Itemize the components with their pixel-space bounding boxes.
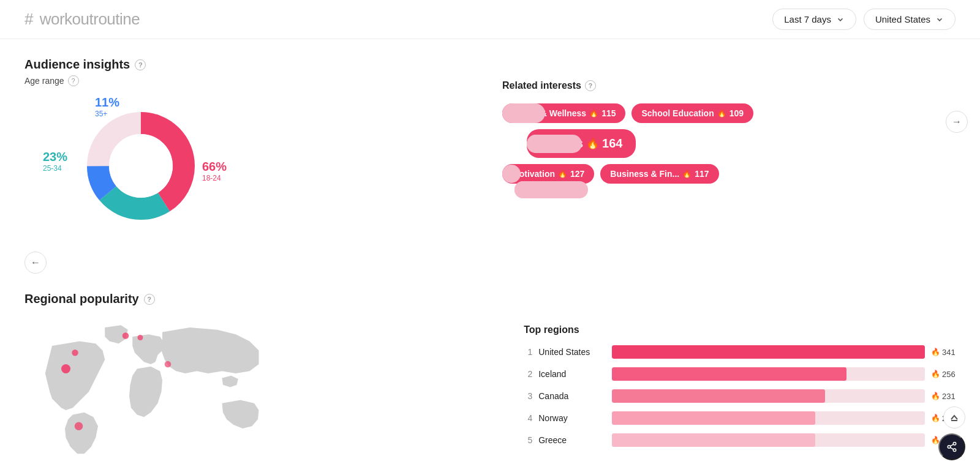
bar-fill-4	[612, 411, 815, 425]
top-regions-title: Top regions	[524, 324, 956, 335]
svg-line-10	[950, 444, 953, 446]
regional-popularity-section: Regional popularity ?	[24, 292, 956, 468]
interest-placeholder-4	[502, 165, 521, 183]
chevron-down-icon	[935, 15, 944, 24]
bar-track-4	[612, 411, 925, 425]
header: # workoutroutine Last 7 days United Stat…	[0, 0, 980, 39]
svg-point-8	[953, 449, 956, 452]
audience-insights-section-title: Audience insights ?	[24, 58, 956, 72]
bar-fill-5	[612, 433, 815, 447]
map-dot-usa	[61, 364, 70, 373]
bar-row-3: 3 Canada 🔥231	[524, 389, 956, 403]
donut-labels: 11% 35+ 23% 25-34 66% 18-24	[61, 99, 221, 233]
country-filter-dropdown[interactable]: United States	[864, 9, 956, 30]
related-interests-column: Related interests ? Health & Wellness 🔥 …	[478, 75, 956, 274]
interests-cloud: Health & Wellness 🔥 115 School Education…	[502, 103, 956, 244]
svg-point-7	[948, 446, 951, 449]
regional-popularity-title: Regional popularity ?	[24, 292, 956, 306]
two-column-layout: Age range ?	[24, 75, 956, 274]
bottom-right-controls	[938, 406, 965, 460]
bar-track-5	[612, 433, 925, 447]
prev-arrow[interactable]: ←	[24, 252, 47, 274]
bar-fill-3	[612, 389, 824, 403]
scroll-to-top-button[interactable]	[943, 406, 965, 428]
map-dot-me	[165, 361, 172, 368]
world-map-area	[24, 318, 499, 468]
age-range-column: Age range ?	[24, 75, 478, 274]
fire-icon: 🔥	[682, 170, 692, 178]
main-content: Audience insights ? Age range ?	[0, 39, 980, 475]
bar-row-1: 1 United States 🔥341	[524, 345, 956, 359]
time-filter-dropdown[interactable]: Last 7 days	[772, 9, 856, 30]
interest-tag-school[interactable]: School Education 🔥 109	[631, 103, 753, 123]
bars-area: Top regions 1 United States 🔥341 2 Icela…	[499, 318, 956, 468]
age-range-label: Age range ?	[24, 75, 478, 86]
map-dot-norway	[138, 335, 143, 340]
svg-point-6	[953, 443, 956, 446]
interest-placeholder-1	[502, 103, 545, 123]
fire-icon: 🔥	[589, 109, 598, 118]
bar-track-3	[612, 389, 925, 403]
map-dot-canada	[72, 350, 78, 356]
world-map-svg	[24, 318, 282, 465]
page-title: # workoutroutine	[24, 10, 142, 29]
related-interests-info-icon[interactable]: ?	[585, 80, 596, 91]
map-dot-iceland	[123, 332, 129, 339]
interest-placeholder-3	[527, 135, 582, 153]
chevron-up-icon	[950, 413, 959, 422]
bar-fill-2	[612, 367, 846, 381]
regional-info-icon[interactable]: ?	[144, 294, 155, 305]
interest-placeholder-6	[514, 181, 588, 198]
fire-icon: 🔥	[586, 137, 599, 150]
map-dot-sa	[75, 422, 83, 431]
bar-track-1	[612, 345, 925, 359]
fire-icon: 🔥	[558, 170, 567, 178]
label-35plus: 11% 35+	[95, 95, 119, 118]
share-icon	[946, 441, 957, 452]
header-controls: Last 7 days United States	[772, 9, 956, 30]
hash-symbol: #	[24, 10, 37, 28]
regional-inner: Top regions 1 United States 🔥341 2 Icela…	[24, 318, 956, 468]
bar-row-5: 5 Greece 🔥221	[524, 433, 956, 447]
bar-track-2	[612, 367, 925, 381]
related-interests-title: Related interests ?	[502, 80, 956, 91]
audience-insights-info-icon[interactable]: ?	[135, 59, 146, 70]
carousel-arrows: ← →	[24, 252, 478, 274]
fire-icon: 🔥	[717, 109, 726, 118]
chevron-down-icon	[836, 15, 845, 24]
age-range-info-icon[interactable]: ?	[68, 75, 79, 86]
interest-tag-business[interactable]: Business & Fin... 🔥 117	[600, 164, 718, 184]
bar-fill-1	[612, 345, 925, 359]
label-25-34: 23% 25-34	[43, 150, 67, 173]
bar-row-2: 2 Iceland 🔥256	[524, 367, 956, 381]
svg-line-9	[950, 447, 953, 449]
share-button[interactable]	[938, 433, 965, 460]
donut-chart: 11% 35+ 23% 25-34 66% 18-24	[61, 99, 221, 233]
bar-row-4: 4 Norway 🔥221	[524, 411, 956, 425]
label-18-24: 66% 18-24	[202, 160, 227, 182]
